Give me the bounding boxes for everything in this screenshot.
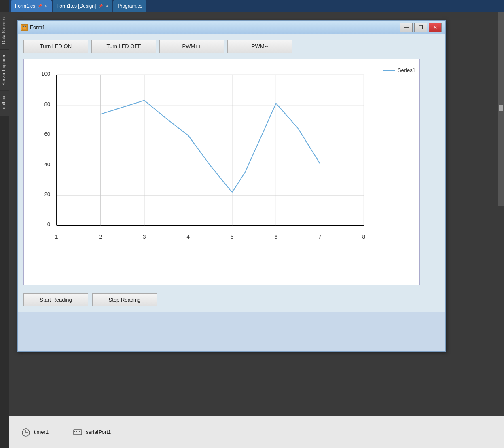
legend-label: Series1 [398,67,415,73]
component-tray: timer1 serialPort1 [9,416,504,448]
svg-rect-43 [78,433,78,433]
form-window: Form1 — ❐ ✕ Turn LED ON Turn LED OFF PWM… [17,20,446,352]
serialport1-label: serialPort1 [86,429,111,435]
restore-button[interactable]: ❐ [414,23,427,32]
svg-rect-36 [74,430,82,435]
left-sidebar: Data Sources Server Explorer Toolbox [0,12,9,448]
bottom-buttons-row: Start Reading Stop Reading [23,293,439,306]
tab-label: Form1.cs [15,3,35,9]
svg-text:7: 7 [318,234,321,240]
chart-svg: 100 80 60 40 20 0 1 2 3 4 5 6 7 [24,59,419,285]
svg-text:4: 4 [187,234,190,240]
svg-rect-38 [76,431,77,432]
sidebar-item-toolbox[interactable]: Toolbox [0,91,9,116]
tab-pin-icon: 📌 [98,4,103,8]
tab-bar: Form1.cs 📌 ✕ Form1.cs [Design] 📌 ✕ Progr… [9,0,504,12]
svg-text:5: 5 [231,234,233,240]
svg-text:6: 6 [275,234,277,240]
form-content: Turn LED ON Turn LED OFF PWM++ PWM-- Ser… [18,34,445,312]
tab-form1design[interactable]: Form1.cs [Design] 📌 ✕ [53,0,112,12]
svg-text:1: 1 [55,234,58,240]
svg-text:60: 60 [44,131,50,137]
start-reading-button[interactable]: Start Reading [23,293,88,306]
designer-area: Form1 — ❐ ✕ Turn LED ON Turn LED OFF PWM… [9,12,504,448]
scroll-thumb[interactable] [499,105,503,111]
stop-reading-button[interactable]: Stop Reading [92,293,157,306]
turn-led-off-button[interactable]: Turn LED OFF [91,40,156,53]
svg-rect-39 [78,431,78,432]
tray-serialport1: serialPort1 [73,427,111,437]
close-button[interactable]: ✕ [429,23,442,32]
chart-container: Series1 100 80 60 40 20 0 1 2 [23,59,420,285]
tab-label: Program.cs [117,3,142,9]
svg-text:20: 20 [44,191,50,197]
minimize-button[interactable]: — [400,23,413,32]
timer-icon [21,427,31,437]
svg-rect-40 [79,431,80,432]
tab-programcs[interactable]: Program.cs [113,0,146,12]
svg-text:80: 80 [44,101,50,107]
pwm-minus-button[interactable]: PWM-- [227,40,292,53]
right-scrollbar[interactable] [498,12,504,206]
form-window-controls: — ❐ ✕ [400,23,442,32]
timer1-label: timer1 [34,429,49,435]
sidebar-item-server-explorer[interactable]: Server Explorer [0,50,9,90]
svg-rect-42 [76,433,77,433]
chart-line [100,100,320,192]
main-area: Form1 — ❐ ✕ Turn LED ON Turn LED OFF PWM… [9,12,504,448]
tab-close-icon[interactable]: ✕ [105,4,108,8]
tab-close-icon[interactable]: ✕ [44,4,48,8]
tab-label: Form1.cs [Design] [57,3,96,9]
svg-text:8: 8 [362,234,365,240]
serial-port-icon [73,427,83,437]
form-title-left: Form1 [21,24,45,31]
svg-text:100: 100 [41,71,50,77]
form-buttons-row: Turn LED ON Turn LED OFF PWM++ PWM-- [23,40,439,53]
tab-pin-icon: 📌 [38,4,42,8]
pwm-plus-button[interactable]: PWM++ [159,40,224,53]
svg-rect-41 [74,433,75,433]
tab-form1cs[interactable]: Form1.cs 📌 ✕ [11,0,52,12]
svg-rect-2 [25,26,26,27]
chart-legend: Series1 [383,67,415,73]
form-titlebar: Form1 — ❐ ✕ [18,21,445,34]
form-title: Form1 [30,24,45,30]
form-icon [21,24,28,31]
legend-line [383,70,395,71]
tray-timer1: timer1 [21,427,49,437]
svg-text:3: 3 [143,234,146,240]
svg-text:0: 0 [47,221,50,227]
sidebar-item-data-sources[interactable]: Data Sources [0,12,9,49]
svg-rect-44 [79,433,80,433]
svg-text:2: 2 [99,234,102,240]
svg-rect-37 [74,431,75,432]
svg-rect-1 [23,26,24,27]
turn-led-on-button[interactable]: Turn LED ON [23,40,88,53]
svg-text:40: 40 [44,161,50,167]
